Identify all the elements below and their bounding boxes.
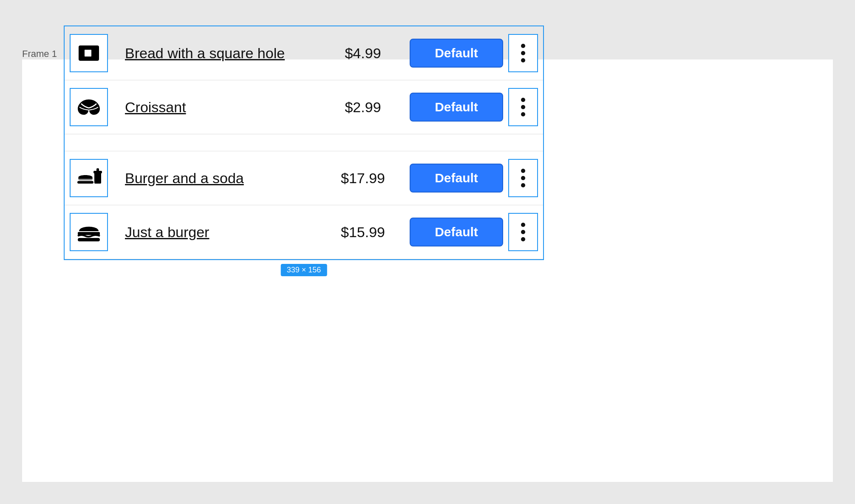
row-spacer	[65, 134, 543, 151]
default-button[interactable]: Default	[410, 164, 503, 193]
more-dots[interactable]	[521, 98, 525, 116]
dimension-badge: 339 × 156	[281, 264, 327, 276]
item-price: $15.99	[325, 224, 401, 241]
menu-row: Burger and a soda $17.99 Default	[65, 151, 543, 205]
menu-row: Bread with a square hole $4.99 Default	[65, 26, 543, 80]
dot	[521, 223, 525, 227]
menu-frame: Bread with a square hole $4.99 Default C…	[64, 25, 544, 260]
default-button[interactable]: Default	[410, 218, 503, 246]
menu-row: Croissant $2.99 Default	[65, 80, 543, 134]
burger-icon-cell	[70, 213, 108, 251]
dot	[521, 112, 525, 116]
more-dots[interactable]	[521, 44, 525, 62]
dot	[521, 51, 525, 55]
frame-label: Frame 1	[22, 48, 57, 59]
item-name: Burger and a soda	[108, 169, 325, 187]
bread-icon	[77, 41, 101, 65]
svg-rect-2	[78, 178, 93, 180]
item-name: Just a burger	[108, 223, 325, 241]
more-options-cell[interactable]	[508, 159, 538, 197]
bread-icon-cell	[70, 34, 108, 72]
more-options-cell[interactable]	[508, 213, 538, 251]
svg-rect-4	[94, 173, 101, 184]
item-price: $2.99	[325, 99, 401, 116]
item-name: Bread with a square hole	[108, 44, 325, 62]
item-price: $4.99	[325, 45, 401, 62]
item-price: $17.99	[325, 170, 401, 187]
dot	[521, 230, 525, 234]
menu-row: Just a burger $15.99 Default	[65, 205, 543, 259]
burger-soda-icon	[76, 165, 102, 191]
more-dots[interactable]	[521, 169, 525, 187]
item-name: Croissant	[108, 98, 325, 116]
dot	[521, 105, 525, 109]
more-options-cell[interactable]	[508, 88, 538, 126]
svg-rect-3	[77, 181, 93, 184]
default-button[interactable]: Default	[410, 93, 503, 122]
svg-rect-1	[85, 50, 91, 57]
dot	[521, 98, 525, 102]
dot	[521, 176, 525, 180]
dot	[521, 44, 525, 48]
dot	[521, 169, 525, 173]
dot	[521, 183, 525, 187]
svg-rect-9	[78, 238, 100, 241]
croissant-icon	[76, 96, 102, 118]
more-options-cell[interactable]	[508, 34, 538, 72]
default-button[interactable]: Default	[410, 39, 503, 68]
croissant-icon-cell	[70, 88, 108, 126]
svg-rect-6	[96, 168, 99, 173]
dot	[521, 58, 525, 62]
dot	[521, 237, 525, 241]
more-dots[interactable]	[521, 223, 525, 241]
just-burger-icon	[76, 220, 102, 244]
burger-soda-icon-cell	[70, 159, 108, 197]
